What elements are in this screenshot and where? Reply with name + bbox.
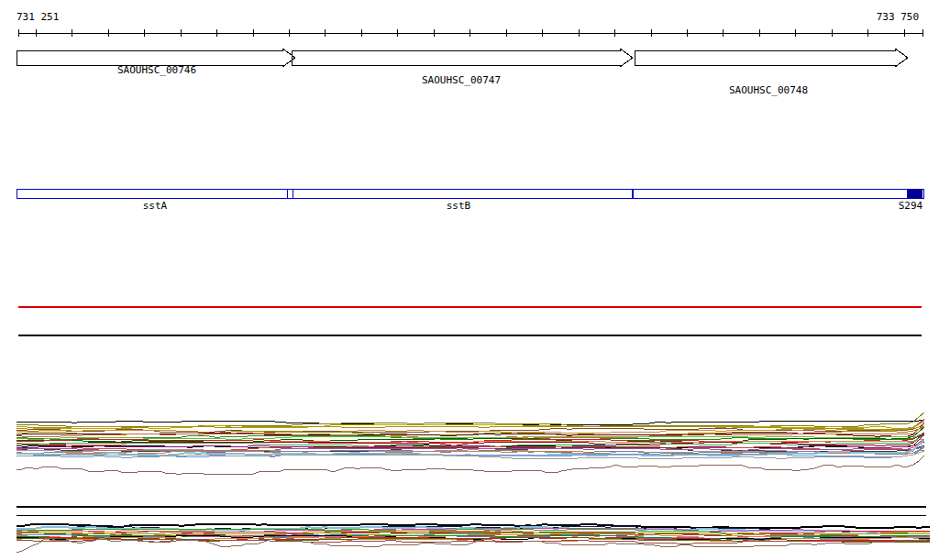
gene-arrow[interactable] [292, 49, 633, 67]
gene-label: SAOUHSC_00748 [729, 84, 808, 96]
signal-band-upper [17, 412, 924, 474]
gene-label: SAOUHSC_00746 [117, 64, 196, 76]
feature-label: sstA [143, 200, 168, 212]
signal-band-lower [17, 524, 930, 553]
feature-marker-box[interactable] [907, 189, 922, 198]
gene-arrow[interactable] [635, 49, 908, 67]
gene-label: SAOUHSC_00747 [422, 74, 501, 86]
feature-label: sstB [447, 200, 471, 212]
feature-label: S294 [899, 200, 923, 212]
ruler [18, 29, 922, 37]
genome-browser-view: 731 251 733 750 SAOUHSC_00746SAOUHSC_007… [0, 0, 939, 560]
feature-track[interactable] [17, 189, 923, 198]
